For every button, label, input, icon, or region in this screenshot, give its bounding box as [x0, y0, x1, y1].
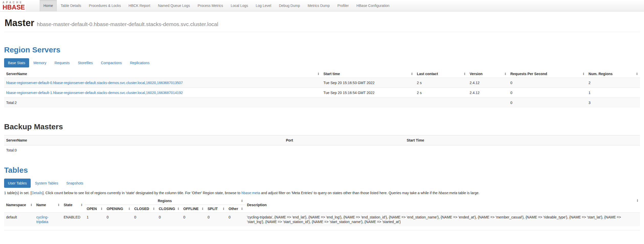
- nav-item-debug-dump[interactable]: Debug Dump: [275, 0, 304, 11]
- description-cell: 'cycling-tripdata', {NAME => 'end_lat'},…: [245, 213, 640, 226]
- col-other[interactable]: Other▲▼: [227, 205, 245, 213]
- backup-masters-table: ServerName Port Start Time Total:0: [4, 135, 640, 155]
- server-name-cell: hbase-regionserver-default-1.hbase-regio…: [4, 88, 321, 98]
- sort-icon[interactable]: ▲▼: [81, 203, 83, 206]
- nav-item-hbck-report[interactable]: HBCK Report: [125, 0, 154, 11]
- nav-item-named-queue-logs[interactable]: Named Queue Logs: [154, 0, 194, 11]
- col-num-regions[interactable]: Num. Regions▲▼: [586, 70, 640, 78]
- region-servers-header-row: ServerName▲▼ Start time▲▼ Last contact▲▼…: [4, 70, 640, 78]
- col-namespace[interactable]: Namespace▲▼: [4, 197, 34, 213]
- col-group-regions[interactable]: Regions▲▼: [85, 197, 245, 205]
- hbase-meta-link[interactable]: hbase:meta: [241, 191, 260, 195]
- rps-cell: 0: [508, 78, 586, 88]
- col-open[interactable]: OPEN▲▼: [85, 205, 105, 213]
- hbase-meta-italic: hbase:meta: [438, 191, 457, 195]
- nav-item-log-level[interactable]: Log Level: [252, 0, 275, 11]
- total-rps: 0: [508, 98, 586, 108]
- tab-replications[interactable]: Replications: [126, 58, 153, 67]
- sort-icon[interactable]: ▲▼: [637, 199, 638, 202]
- table-link-cycling-tripdata[interactable]: cycling-tripdata: [36, 215, 48, 224]
- nav-item-local-logs[interactable]: Local Logs: [227, 0, 252, 11]
- last-contact-cell: 2 s: [415, 78, 468, 88]
- nav-item-hbase-configuration[interactable]: HBase Configuration: [353, 0, 393, 11]
- sort-icon[interactable]: ▲▼: [241, 207, 243, 210]
- nav-item-table-details[interactable]: Table Details: [57, 0, 85, 11]
- sort-icon[interactable]: ▲▼: [153, 207, 155, 210]
- sort-icon[interactable]: ▲▼: [58, 203, 60, 206]
- col-split[interactable]: SPLIT▲▼: [206, 205, 227, 213]
- nav-item-process-metrics[interactable]: Process Metrics: [194, 0, 227, 11]
- col-last-contact[interactable]: Last contact▲▼: [415, 70, 468, 78]
- tab-base-stats[interactable]: Base Stats: [4, 58, 29, 67]
- sort-icon[interactable]: ▲▼: [202, 207, 204, 210]
- sort-icon[interactable]: ▲▼: [101, 207, 103, 210]
- tab-storefiles[interactable]: Storefiles: [74, 58, 96, 67]
- sort-icon[interactable]: ▲▼: [464, 72, 466, 75]
- opening-count-cell: 0: [105, 213, 132, 226]
- bottom-divider: [4, 230, 640, 230]
- sort-icon[interactable]: ▲▼: [504, 72, 506, 75]
- split-count-cell: 0: [206, 213, 227, 226]
- namespace-cell: default: [4, 213, 34, 226]
- region-server-link[interactable]: hbase-regionserver-default-1.hbase-regio…: [6, 91, 183, 95]
- col-servername[interactable]: ServerName▲▼: [4, 70, 321, 78]
- logo-hbase-text: HBASE: [3, 4, 26, 10]
- nav-item-metrics-dump[interactable]: Metrics Dump: [304, 0, 333, 11]
- sort-icon[interactable]: ▲▼: [318, 72, 319, 75]
- server-name-cell: hbase-regionserver-default-0.hbase-regio…: [4, 78, 321, 88]
- region-server-row: hbase-regionserver-default-1.hbase-regio…: [4, 88, 640, 98]
- sort-icon[interactable]: ▲▼: [30, 203, 32, 206]
- start-time-cell: Tue Sep 20 15:16:53 GMT 2022: [321, 78, 415, 88]
- user-tables-header-row-1: Namespace▲▼ Name▲▼ State▲▼ Regions▲▼ Des…: [4, 197, 640, 205]
- closed-count-cell: 0: [132, 213, 157, 226]
- col-state[interactable]: State▲▼: [62, 197, 85, 213]
- sort-icon[interactable]: ▲▼: [128, 207, 130, 210]
- hbase-logo[interactable]: APACHE HBASE: [0, 0, 26, 11]
- col-closing[interactable]: CLOSING▲▼: [157, 205, 181, 213]
- tables-tabs: User Tables System Tables Snapshots: [4, 179, 640, 188]
- state-cell: ENABLED: [62, 213, 85, 226]
- tab-requests[interactable]: Requests: [51, 58, 73, 67]
- sort-icon[interactable]: ▲▼: [411, 72, 413, 75]
- start-time-cell: Tue Sep 20 15:16:54 GMT 2022: [321, 88, 415, 98]
- nav-item-profiler[interactable]: Profiler: [334, 0, 353, 11]
- nav-item-home[interactable]: Home: [40, 0, 57, 11]
- col-requests-per-second[interactable]: Requests Per Second▲▼: [508, 70, 586, 78]
- sort-icon[interactable]: ▲▼: [583, 72, 584, 75]
- tab-memory[interactable]: Memory: [30, 58, 50, 67]
- sort-icon[interactable]: ▲▼: [636, 72, 638, 75]
- backup-total-label: Total:0: [4, 145, 284, 155]
- sort-icon[interactable]: ▲▼: [241, 199, 243, 202]
- col-backup-servername: ServerName: [4, 135, 284, 145]
- col-version[interactable]: Version▲▼: [468, 70, 508, 78]
- col-closed[interactable]: CLOSED▲▼: [132, 205, 157, 213]
- region-server-link[interactable]: hbase-regionserver-default-0.hbase-regio…: [6, 81, 183, 85]
- tab-user-tables[interactable]: User Tables: [4, 179, 31, 188]
- region-servers-total-row: Total:2 0 3: [4, 98, 640, 108]
- offline-count-cell: 0: [181, 213, 206, 226]
- top-navbar: APACHE HBASE Home Table Details Procedur…: [0, 0, 644, 11]
- details-link[interactable]: Details: [31, 191, 42, 195]
- region-server-row: hbase-regionserver-default-0.hbase-regio…: [4, 78, 640, 88]
- rps-cell: 0: [508, 88, 586, 98]
- sort-icon[interactable]: ▲▼: [177, 207, 179, 210]
- col-backup-port: Port: [284, 135, 405, 145]
- col-start-time[interactable]: Start time▲▼: [321, 70, 415, 78]
- page-title: Masterhbase-master-default-0.hbase-maste…: [5, 18, 639, 28]
- user-tables-table: Namespace▲▼ Name▲▼ State▲▼ Regions▲▼ Des…: [4, 197, 640, 226]
- master-hostname: hbase-master-default-0.hbase-master-defa…: [37, 21, 218, 27]
- region-servers-heading: Region Servers: [4, 45, 640, 54]
- col-offline[interactable]: OFFLINE▲▼: [181, 205, 206, 213]
- col-name[interactable]: Name▲▼: [34, 197, 62, 213]
- nav-item-procedures-locks[interactable]: Procedures & Locks: [85, 0, 125, 11]
- tab-compactions[interactable]: Compactions: [97, 58, 126, 67]
- sort-icon[interactable]: ▲▼: [223, 207, 224, 210]
- last-contact-cell: 2 s: [415, 88, 468, 98]
- col-description[interactable]: Description▲▼: [245, 197, 640, 213]
- total-num-regions: 3: [586, 98, 640, 108]
- tab-system-tables[interactable]: System Tables: [31, 179, 62, 188]
- tab-snapshots[interactable]: Snapshots: [62, 179, 87, 188]
- col-opening[interactable]: OPENING▲▼: [105, 205, 132, 213]
- master-page-header: Masterhbase-master-default-0.hbase-maste…: [4, 11, 640, 32]
- user-table-row: default cycling-tripdata ENABLED 1 0 0 0…: [4, 213, 640, 226]
